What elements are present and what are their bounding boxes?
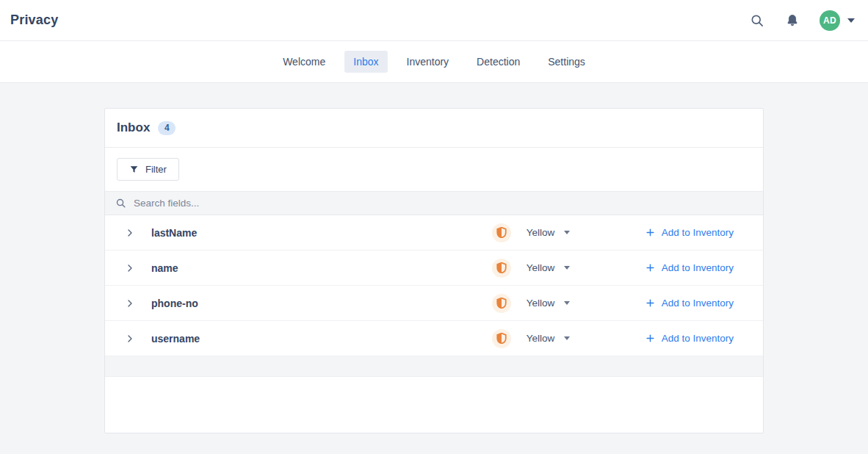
add-to-inventory-button[interactable]: Add to Inventory (645, 227, 734, 238)
field-name: phone-no (151, 298, 492, 309)
bell-icon[interactable] (784, 12, 800, 29)
tab-inbox[interactable]: Inbox (344, 51, 387, 73)
plus-icon (645, 228, 655, 237)
shield-icon (492, 259, 511, 278)
table-row: name Yellow Add to Inventory (105, 251, 763, 286)
field-name: name (151, 262, 492, 274)
user-menu[interactable]: AD (820, 10, 855, 31)
tab-bar: Welcome Inbox Inventory Detection Settin… (0, 41, 868, 83)
search-row (105, 192, 763, 215)
severity-value: Yellow (527, 333, 555, 344)
add-to-inventory-button[interactable]: Add to Inventory (645, 298, 734, 309)
expand-chevron-icon[interactable] (124, 264, 136, 273)
plus-icon (645, 263, 655, 273)
filter-button[interactable]: Filter (117, 158, 179, 181)
add-to-inventory-label: Add to Inventory (662, 262, 734, 273)
search-fields-icon (115, 198, 126, 209)
shield-icon (492, 294, 511, 313)
plus-icon (645, 298, 655, 308)
filter-bar: Filter (105, 148, 763, 192)
tab-welcome[interactable]: Welcome (274, 51, 334, 73)
avatar[interactable]: AD (820, 10, 840, 31)
top-bar: Privacy AD (0, 0, 868, 41)
expand-chevron-icon[interactable] (124, 299, 136, 308)
search-icon[interactable] (749, 12, 765, 29)
plus-icon (645, 334, 655, 343)
severity-dropdown[interactable]: Yellow (527, 262, 582, 273)
chevron-down-icon (564, 301, 570, 305)
search-fields-input[interactable] (134, 198, 753, 209)
app-title: Privacy (10, 12, 58, 28)
inbox-card: Inbox 4 Filter lastName Yellow (104, 108, 764, 433)
shield-icon (492, 223, 511, 242)
card-footer (105, 377, 763, 433)
chevron-down-icon (847, 18, 855, 23)
tab-inventory[interactable]: Inventory (398, 51, 458, 73)
add-to-inventory-label: Add to Inventory (662, 298, 734, 309)
list-footer-strip (105, 356, 763, 377)
severity-dropdown[interactable]: Yellow (527, 333, 582, 344)
expand-chevron-icon[interactable] (124, 334, 136, 343)
filter-button-label: Filter (145, 164, 167, 175)
severity-value: Yellow (527, 227, 555, 238)
severity-dropdown[interactable]: Yellow (527, 298, 582, 309)
tab-detection[interactable]: Detection (468, 51, 529, 73)
expand-chevron-icon[interactable] (124, 228, 136, 237)
add-to-inventory-label: Add to Inventory (662, 227, 734, 238)
add-to-inventory-button[interactable]: Add to Inventory (645, 262, 734, 273)
severity-dropdown[interactable]: Yellow (527, 227, 582, 238)
severity-value: Yellow (527, 262, 555, 273)
shield-icon (492, 329, 511, 348)
table-row: lastName Yellow Add to Inventory (105, 215, 763, 251)
funnel-icon (129, 165, 139, 174)
severity-value: Yellow (527, 298, 555, 309)
chevron-down-icon (564, 336, 570, 340)
tab-settings[interactable]: Settings (539, 51, 594, 73)
table-row: username Yellow Add to Inventory (105, 321, 763, 356)
inbox-count-badge: 4 (158, 121, 176, 135)
field-name: lastName (151, 227, 492, 239)
add-to-inventory-label: Add to Inventory (662, 333, 734, 344)
chevron-down-icon (564, 266, 570, 270)
page-title: Inbox (117, 120, 150, 135)
chevron-down-icon (564, 231, 570, 234)
card-header: Inbox 4 (105, 109, 763, 148)
field-name: username (151, 333, 492, 345)
add-to-inventory-button[interactable]: Add to Inventory (645, 333, 734, 344)
table-row: phone-no Yellow Add to Inventory (105, 286, 763, 321)
